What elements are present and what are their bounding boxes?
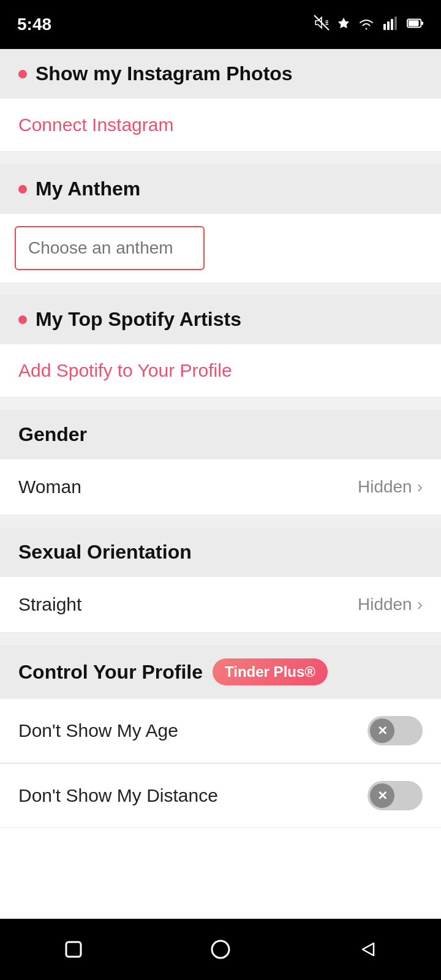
bottom-nav xyxy=(0,919,441,980)
sexual-orientation-chevron: › xyxy=(417,595,423,614)
main-content: Show my Instagram Photos Connect Instagr… xyxy=(0,49,441,919)
status-bar: 5:48 xyxy=(0,0,441,49)
tinder-plus-badge: Tinder Plus® xyxy=(213,658,328,685)
add-spotify-link[interactable]: Add Spotify to Your Profile xyxy=(18,360,232,380)
home-button[interactable] xyxy=(206,935,235,964)
sexual-orientation-title: Sexual Orientation xyxy=(18,541,192,564)
dont-show-distance-row: Don't Show My Distance ✕ xyxy=(0,764,441,828)
sexual-orientation-row[interactable]: Straight Hidden › xyxy=(0,577,441,633)
dont-show-age-label: Don't Show My Age xyxy=(18,720,178,741)
svg-rect-5 xyxy=(394,17,397,30)
control-profile-title: Control Your Profile xyxy=(18,661,203,684)
svg-rect-3 xyxy=(387,21,390,30)
svg-rect-2 xyxy=(383,24,386,30)
spotify-dot xyxy=(18,315,27,324)
svg-marker-11 xyxy=(363,943,374,956)
connect-instagram-link[interactable]: Connect Instagram xyxy=(18,115,173,135)
svg-point-10 xyxy=(212,941,229,958)
sexual-orientation-value: Straight xyxy=(18,594,81,615)
instagram-dot xyxy=(18,70,27,78)
gender-value: Woman xyxy=(18,477,81,497)
connect-instagram-row[interactable]: Connect Instagram xyxy=(0,99,441,152)
instagram-title: Show my Instagram Photos xyxy=(36,62,293,85)
dont-show-age-toggle-track[interactable]: ✕ xyxy=(368,716,423,745)
battery-icon xyxy=(407,15,424,34)
sexual-orientation-section-header: Sexual Orientation xyxy=(0,527,441,577)
spotify-title: My Top Spotify Artists xyxy=(36,308,241,331)
dont-show-age-toggle[interactable]: ✕ xyxy=(368,716,423,745)
anthem-title: My Anthem xyxy=(36,178,140,200)
wifi-icon xyxy=(358,15,375,34)
svg-rect-8 xyxy=(421,21,423,25)
gender-section-header: Gender xyxy=(0,410,441,459)
assistant-icon xyxy=(337,15,350,34)
anthem-input-wrapper xyxy=(0,214,441,282)
svg-marker-1 xyxy=(338,18,349,28)
gender-visibility: Hidden › xyxy=(358,477,423,497)
sexual-orientation-visibility: Hidden › xyxy=(358,595,423,614)
instagram-section-header: Show my Instagram Photos xyxy=(0,49,441,99)
dont-show-age-toggle-thumb: ✕ xyxy=(370,718,394,743)
control-profile-section-header: Control Your Profile Tinder Plus® xyxy=(0,645,441,699)
x-icon-2: ✕ xyxy=(377,788,388,803)
mute-icon xyxy=(314,15,330,35)
gender-chevron: › xyxy=(417,477,423,497)
dont-show-distance-toggle[interactable]: ✕ xyxy=(368,781,423,810)
svg-rect-7 xyxy=(409,20,419,26)
add-spotify-row[interactable]: Add Spotify to Your Profile xyxy=(0,344,441,398)
recents-button[interactable] xyxy=(59,935,88,964)
dont-show-distance-label: Don't Show My Distance xyxy=(18,785,218,806)
spotify-section-header: My Top Spotify Artists xyxy=(0,295,441,344)
dont-show-distance-toggle-thumb: ✕ xyxy=(370,783,394,808)
status-time: 5:48 xyxy=(17,15,51,34)
gender-title: Gender xyxy=(18,423,87,446)
dont-show-age-row: Don't Show My Age ✕ xyxy=(0,699,441,763)
dont-show-distance-toggle-track[interactable]: ✕ xyxy=(368,781,423,810)
anthem-section-header: My Anthem xyxy=(0,164,441,214)
signal-icon xyxy=(382,15,399,34)
svg-rect-4 xyxy=(391,19,393,30)
svg-rect-9 xyxy=(66,942,81,957)
back-button[interactable] xyxy=(353,935,382,964)
gender-row[interactable]: Woman Hidden › xyxy=(0,459,441,515)
anthem-input[interactable] xyxy=(15,226,205,270)
status-icons xyxy=(314,15,424,35)
x-icon: ✕ xyxy=(377,723,388,738)
anthem-dot xyxy=(18,185,27,194)
